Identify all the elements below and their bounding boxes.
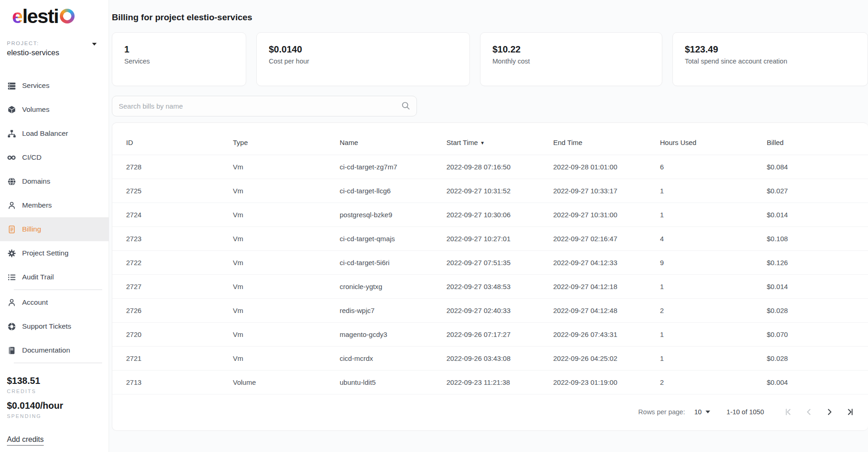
sidebar-item-label: Members: [22, 201, 52, 209]
table-cell: $0.004: [767, 370, 868, 394]
sidebar-item-label: Support Tickets: [22, 322, 71, 330]
sidebar-item-load-balancer[interactable]: Load Balancer: [0, 122, 109, 145]
chevron-down-icon: [92, 43, 97, 46]
table-cell: 2: [660, 298, 767, 322]
table-cell: $0.084: [767, 155, 868, 179]
first-page-icon[interactable]: [783, 406, 794, 417]
sidebar-item-label: Billing: [22, 225, 41, 233]
sidebar-item-project-setting[interactable]: Project Setting: [0, 241, 109, 265]
table-cell: $0.027: [767, 179, 868, 203]
table-cell: cicd-mcrdx: [340, 346, 446, 370]
table-cell: 2022-09-28 07:16:50: [446, 155, 553, 179]
sidebar-divider: [14, 290, 102, 290]
add-credits-link[interactable]: Add credits: [7, 435, 44, 446]
column-header-type[interactable]: Type: [233, 123, 340, 155]
server-stack-icon: [7, 81, 16, 90]
sidebar-item-label: Domains: [22, 177, 50, 185]
stat-card-cost-per-hour: $0.0140 Cost per hour: [256, 32, 470, 86]
rows-per-page-select[interactable]: 10: [694, 408, 710, 416]
sidebar-item-label: Services: [22, 81, 49, 90]
sidebar-item-documentation[interactable]: Documentation: [0, 338, 109, 362]
table-cell: 1: [660, 274, 767, 298]
table-cell: Vm: [233, 155, 340, 179]
sidebar-item-support-tickets[interactable]: Support Tickets: [0, 314, 109, 338]
table-header: ID Type Name Start Time▼ End Time Hours …: [112, 123, 868, 155]
previous-page-icon[interactable]: [804, 406, 815, 417]
table-row: 2720 Vm magento-gcdy3 2022-09-26 07:17:2…: [112, 322, 868, 346]
table-cell: 2022-09-23 01:19:00: [553, 370, 660, 394]
search-input[interactable]: [112, 96, 417, 116]
column-header-id[interactable]: ID: [112, 123, 233, 155]
table-cell: 2: [660, 370, 767, 394]
sidebar-item-label: CI/CD: [22, 153, 41, 162]
stat-card-monthly-cost: $10.22 Monthly cost: [480, 32, 662, 86]
sidebar-item-members[interactable]: Members: [0, 193, 109, 217]
column-header-name[interactable]: Name: [340, 123, 446, 155]
table-cell: 2726: [112, 298, 233, 322]
table-cell: 1: [660, 203, 767, 226]
table-row: 2725 Vm ci-cd-target-llcg6 2022-09-27 10…: [112, 179, 868, 203]
column-header-hours-used[interactable]: Hours Used: [660, 123, 767, 155]
table-cell: 2727: [112, 274, 233, 298]
table-cell: 2022-09-26 03:43:08: [446, 346, 553, 370]
billing-table-card: ID Type Name Start Time▼ End Time Hours …: [112, 122, 868, 431]
sidebar-item-label: Project Setting: [22, 249, 69, 257]
table-cell: 2022-09-27 10:31:00: [553, 203, 660, 226]
table-cell: $0.014: [767, 274, 868, 298]
table-cell: $0.126: [767, 250, 868, 274]
table-cell: 2022-09-27 07:51:35: [446, 250, 553, 274]
table-row: 2726 Vm redis-wpjc7 2022-09-27 02:40:33 …: [112, 298, 868, 322]
elestio-logo: elesti: [0, 0, 109, 27]
table-cell: 9: [660, 250, 767, 274]
table-row: 2722 Vm ci-cd-target-5i6ri 2022-09-27 07…: [112, 250, 868, 274]
sidebar-footer: $138.51 CREDITS $0.0140/hour SPENDING Ad…: [7, 376, 63, 446]
sort-desc-icon: ▼: [480, 140, 485, 145]
table-row: 2713 Volume ubuntu-ldit5 2022-09-23 11:2…: [112, 370, 868, 394]
sidebar-item-volumes[interactable]: Volumes: [0, 98, 109, 122]
last-page-icon[interactable]: [844, 406, 855, 417]
table-cell: $0.028: [767, 298, 868, 322]
stat-value: $123.49: [685, 44, 856, 55]
table-row: 2723 Vm ci-cd-target-qmajs 2022-09-27 10…: [112, 226, 868, 250]
sidebar-item-domains[interactable]: Domains: [0, 169, 109, 193]
column-header-end-time[interactable]: End Time: [553, 123, 660, 155]
stat-label: Cost per hour: [269, 58, 457, 65]
table-cell: $0.070: [767, 322, 868, 346]
sidebar-item-account[interactable]: Account: [0, 290, 109, 314]
stat-value: $10.22: [492, 44, 650, 55]
table-cell: $0.014: [767, 203, 868, 226]
stat-label: Monthly cost: [492, 58, 650, 65]
sidebar-item-cicd[interactable]: CI/CD: [0, 145, 109, 169]
stat-value: $0.0140: [269, 44, 457, 55]
project-selector[interactable]: PROJECT: elestio-services: [0, 41, 109, 57]
billing-table: ID Type Name Start Time▼ End Time Hours …: [112, 123, 868, 394]
table-cell: 6: [660, 155, 767, 179]
sidebar-item-services[interactable]: Services: [0, 74, 109, 98]
table-cell: 2725: [112, 179, 233, 203]
column-header-billed[interactable]: Billed: [767, 123, 868, 155]
sidebar-item-label: Documentation: [22, 346, 70, 354]
rows-per-page-label: Rows per page:: [638, 408, 685, 416]
rows-per-page-value: 10: [694, 408, 701, 416]
table-cell: 2022-09-27 02:16:47: [553, 226, 660, 250]
table-cell: Vm: [233, 346, 340, 370]
next-page-icon[interactable]: [824, 406, 835, 417]
table-cell: Vm: [233, 298, 340, 322]
sidebar-item-audit-trail[interactable]: Audit Trail: [0, 265, 109, 289]
table-cell: 1: [660, 322, 767, 346]
project-name: elestio-services: [7, 48, 109, 57]
person-icon: [7, 201, 16, 210]
sidebar-item-billing[interactable]: Billing: [0, 217, 109, 241]
table-cell: Vm: [233, 250, 340, 274]
table-cell: Vm: [233, 179, 340, 203]
column-header-start-time[interactable]: Start Time▼: [446, 123, 553, 155]
table-cell: 2022-09-27 10:30:06: [446, 203, 553, 226]
table-cell: 2022-09-26 07:43:31: [553, 322, 660, 346]
sidebar-item-label: Account: [22, 298, 48, 307]
table-cell: 2720: [112, 322, 233, 346]
table-cell: 1: [660, 346, 767, 370]
sidebar-divider: [14, 363, 102, 363]
table-cell: 2022-09-27 04:12:48: [553, 298, 660, 322]
table-cell: 2022-09-27 03:48:53: [446, 274, 553, 298]
logo-letter-e: e: [12, 6, 22, 27]
